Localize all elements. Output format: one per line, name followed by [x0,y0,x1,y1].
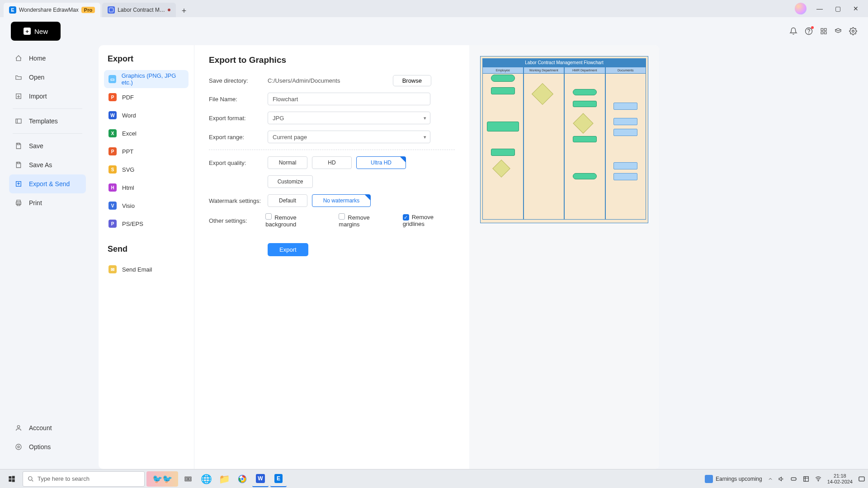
widgets-button[interactable]: 🐦🐦 [146,471,178,487]
svg-rect-19 [12,476,15,479]
format-excel[interactable]: X Excel [104,124,189,142]
watermark-default[interactable]: Default [268,194,307,207]
quality-label: Export quality: [209,160,268,166]
svg-rect-25 [189,478,190,480]
file-name-label: File Name: [209,96,268,103]
gear-icon[interactable] [849,27,857,35]
format-ppt[interactable]: P PPT [104,142,189,160]
export-range-label: Export range: [209,134,268,141]
toolbar: + New [0,17,868,45]
format-svg[interactable]: S SVG [104,160,189,178]
nav-divider [13,133,82,134]
ppt-icon: P [108,147,117,155]
user-avatar[interactable] [795,3,807,14]
apps-icon[interactable] [820,28,827,35]
svg-rect-3 [824,28,826,31]
svg-point-17 [16,444,21,450]
excel-icon: X [108,129,117,137]
unsaved-dot-icon [168,9,170,11]
svg-rect-29 [791,478,796,480]
tray-notifications-icon[interactable] [858,475,865,483]
remove-gridlines-checkbox[interactable]: Remove gridlines [403,214,455,228]
nav-save[interactable]: Save [9,136,86,155]
tray-clock[interactable]: 21:18 14-02-2024 [827,473,853,485]
add-tab-button[interactable]: + [178,5,190,17]
taskbar-explorer[interactable]: 📁 [216,471,232,487]
tray-volume-icon[interactable] [778,476,785,482]
print-icon [14,199,23,206]
help-icon[interactable] [805,27,813,35]
svg-point-1 [809,33,809,33]
browse-button[interactable]: Browse [393,75,431,86]
watermark-none[interactable]: No watermarks [312,194,371,207]
nav-open[interactable]: Open [9,68,86,87]
pro-badge: Pro [81,7,95,13]
svg-point-15 [17,426,19,428]
format-word[interactable]: W Word [104,106,189,124]
plus-icon: + [24,28,31,35]
document-tab[interactable]: Labor Contract M… [102,3,176,17]
task-view-button[interactable] [180,471,196,487]
nav-account[interactable]: Account [9,418,86,437]
nav-templates[interactable]: Templates [9,112,86,131]
quality-normal[interactable]: Normal [268,156,307,169]
maximize-button[interactable]: ▢ [829,2,846,15]
taskbar-chrome[interactable] [234,471,250,487]
nav-print[interactable]: Print [9,193,86,212]
options-icon [14,443,23,450]
notification-dot-icon [811,26,814,29]
svg-rect-32 [859,477,864,481]
remove-bg-checkbox[interactable]: Remove background [265,213,326,228]
word-icon: W [108,111,117,119]
taskbar-edrawmax[interactable]: E [270,471,287,487]
earnings-widget[interactable]: Earnings upcoming [705,475,762,483]
nav-save-as[interactable]: Save As [9,155,86,174]
pseps-icon: P [108,220,117,228]
export-range-select[interactable]: Current page [268,131,430,143]
tray-chevron-icon[interactable] [768,476,773,482]
theme-icon[interactable] [835,28,842,35]
close-button[interactable]: ✕ [847,2,864,15]
new-label: New [34,28,48,35]
export-button[interactable]: Export [268,243,308,256]
tray-language-icon[interactable] [803,476,809,482]
format-pdf[interactable]: P PDF [104,88,189,106]
preview-title: Labor Contract Management Flowchart [482,58,646,67]
svg-point-28 [241,477,244,480]
minimize-button[interactable]: — [811,2,828,15]
taskbar-edge[interactable]: 🌐 [198,471,214,487]
send-email[interactable]: ✉ Send Email [104,260,189,278]
visio-icon: V [108,202,117,210]
bell-icon[interactable] [789,27,797,35]
save-dir-value: C:/Users/Admin/Documents [268,77,340,84]
save-icon [14,142,23,150]
app-tab[interactable]: E Wondershare EdrawMax Pro [4,3,100,17]
tray-battery-icon[interactable] [790,476,797,482]
format-graphics[interactable]: ▭ Graphics (PNG, JPG etc.) [104,70,189,88]
svg-rect-24 [186,478,188,480]
doc-tab-label: Labor Contract M… [118,7,165,13]
export-format-label: Export format: [209,115,268,122]
quality-hd[interactable]: HD [312,156,352,169]
new-button[interactable]: + New [11,22,61,41]
account-icon [14,424,23,432]
tray-wifi-icon[interactable] [815,476,822,482]
format-visio[interactable]: V Visio [104,197,189,215]
start-button[interactable] [3,471,21,487]
file-name-input[interactable]: Flowchart [268,93,430,105]
nav-import[interactable]: Import [9,87,86,106]
taskbar-word[interactable]: W [252,471,269,487]
format-html[interactable]: H Html [104,178,189,197]
nav-home[interactable]: Home [9,49,86,68]
export-format-select[interactable]: JPG [268,112,430,124]
remove-margins-checkbox[interactable]: Remove margins [339,213,390,228]
format-pseps[interactable]: P PS/EPS [104,215,189,233]
nav-divider [13,108,82,109]
taskbar-search[interactable]: Type here to search [23,471,145,487]
svg-rect-20 [9,479,11,481]
nav-options[interactable]: Options [9,437,86,456]
quality-ultra-hd[interactable]: Ultra HD [356,156,406,169]
nav-export-send[interactable]: Export & Send [9,174,86,193]
folder-open-icon [14,74,23,81]
quality-customize[interactable]: Customize [268,175,313,188]
